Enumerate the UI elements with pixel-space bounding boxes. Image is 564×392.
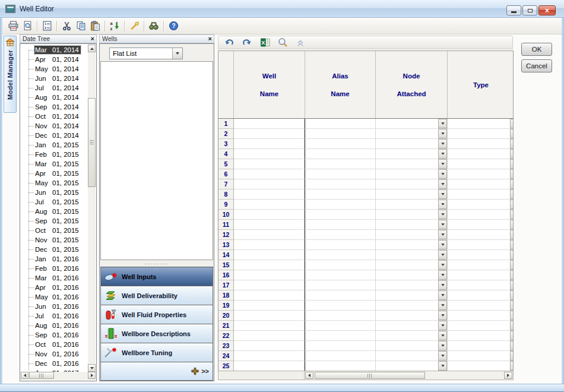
cell-node-attached[interactable] xyxy=(376,119,448,129)
node-dropdown-button[interactable] xyxy=(438,210,447,219)
date-tree-header[interactable]: Date Tree × xyxy=(20,34,97,43)
cell-node-attached[interactable] xyxy=(376,301,448,311)
row-number[interactable]: 2 xyxy=(218,129,234,139)
date-tree-item[interactable]: May01, 2016 xyxy=(21,292,87,302)
copy-icon[interactable] xyxy=(74,20,88,33)
print-icon[interactable] xyxy=(6,20,20,33)
node-dropdown-button[interactable] xyxy=(438,341,447,350)
cell-node-attached[interactable] xyxy=(376,250,448,260)
type-dropdown-button[interactable] xyxy=(510,240,514,249)
node-dropdown-button[interactable] xyxy=(438,280,447,290)
cell-type[interactable] xyxy=(448,210,514,220)
cell-alias-name[interactable] xyxy=(305,270,376,280)
date-tree-item[interactable]: Dec01, 2016 xyxy=(21,359,87,368)
date-tree-item[interactable]: Aug01, 2016 xyxy=(21,321,87,330)
date-tree-item[interactable]: May01, 2014 xyxy=(21,64,87,74)
type-dropdown-button[interactable] xyxy=(510,361,514,371)
restore-button[interactable] xyxy=(522,5,537,15)
cell-alias-name[interactable] xyxy=(305,220,376,230)
type-dropdown-button[interactable] xyxy=(510,341,514,350)
cell-alias-name[interactable] xyxy=(305,129,376,139)
cell-node-attached[interactable] xyxy=(376,189,448,200)
well-view-select[interactable]: Flat List xyxy=(109,48,183,59)
cell-type[interactable] xyxy=(448,280,514,290)
cell-type[interactable] xyxy=(448,361,514,371)
date-tree-item[interactable]: Jun01, 2015 xyxy=(21,188,87,197)
node-dropdown-button[interactable] xyxy=(438,240,447,249)
date-tree-item[interactable]: Sep01, 2015 xyxy=(21,216,87,226)
node-dropdown-button[interactable] xyxy=(438,169,447,179)
row-number[interactable]: 22 xyxy=(218,331,234,341)
date-tree-item[interactable]: Jul01, 2015 xyxy=(21,197,87,207)
cell-type[interactable] xyxy=(448,179,514,189)
type-dropdown-button[interactable] xyxy=(510,210,514,219)
scroll-right-button[interactable] xyxy=(88,372,96,379)
cell-well-name[interactable] xyxy=(234,149,305,159)
wells-header[interactable]: Wells × xyxy=(99,34,214,43)
cell-node-attached[interactable] xyxy=(376,200,448,210)
section-well-deliverability[interactable]: Well Deliverability xyxy=(100,286,213,305)
cell-well-name[interactable] xyxy=(234,189,305,200)
row-number[interactable]: 18 xyxy=(218,290,234,301)
cell-type[interactable] xyxy=(448,341,514,351)
cell-alias-name[interactable] xyxy=(305,260,376,270)
column-header-type[interactable]: Type xyxy=(448,51,514,118)
date-tree-item[interactable]: Jun01, 2016 xyxy=(21,302,87,311)
cell-node-attached[interactable] xyxy=(376,220,448,230)
type-dropdown-button[interactable] xyxy=(510,331,514,340)
grid-hscrollbar[interactable] xyxy=(304,371,513,380)
cell-node-attached[interactable] xyxy=(376,149,448,159)
type-dropdown-button[interactable] xyxy=(510,200,514,209)
close-panel-icon[interactable]: × xyxy=(208,35,212,43)
cell-node-attached[interactable] xyxy=(376,361,448,371)
wells-splitter[interactable]: ········ xyxy=(100,260,213,267)
node-dropdown-button[interactable] xyxy=(438,301,447,310)
row-number[interactable]: 9 xyxy=(218,200,234,210)
wand-icon[interactable] xyxy=(127,20,141,33)
node-dropdown-button[interactable] xyxy=(438,260,447,270)
type-dropdown-button[interactable] xyxy=(510,280,514,290)
date-tree-vscrollbar[interactable] xyxy=(88,45,96,372)
row-number[interactable]: 1 xyxy=(218,119,234,129)
node-dropdown-button[interactable] xyxy=(438,119,447,128)
cell-well-name[interactable] xyxy=(234,280,305,290)
cell-alias-name[interactable] xyxy=(305,280,376,290)
hscroll-thumb[interactable] xyxy=(29,372,54,379)
date-tree-item[interactable]: Sep01, 2014 xyxy=(21,102,87,112)
cell-alias-name[interactable] xyxy=(305,301,376,311)
cell-alias-name[interactable] xyxy=(305,159,376,169)
scroll-up-button[interactable] xyxy=(88,45,96,52)
show-more-label[interactable]: >> xyxy=(201,368,209,375)
type-dropdown-button[interactable] xyxy=(510,119,514,128)
wells-footer-bar[interactable]: >> xyxy=(100,362,213,381)
date-tree-item[interactable]: Oct01, 2014 xyxy=(21,112,87,121)
cell-well-name[interactable] xyxy=(234,200,305,210)
cell-alias-name[interactable] xyxy=(305,119,376,129)
cell-type[interactable] xyxy=(448,230,514,240)
cell-well-name[interactable] xyxy=(234,119,305,129)
type-dropdown-button[interactable] xyxy=(510,301,514,310)
date-tree-item[interactable]: Aug01, 2015 xyxy=(21,207,87,216)
cell-well-name[interactable] xyxy=(234,301,305,311)
cell-well-name[interactable] xyxy=(234,290,305,301)
row-number[interactable]: 16 xyxy=(218,270,234,280)
vscroll-thumb[interactable] xyxy=(88,98,96,187)
cell-type[interactable] xyxy=(448,260,514,270)
scroll-right-button[interactable] xyxy=(504,372,512,379)
cell-node-attached[interactable] xyxy=(376,230,448,240)
date-tree-hscrollbar[interactable] xyxy=(21,372,96,380)
cell-type[interactable] xyxy=(448,220,514,230)
cell-type[interactable] xyxy=(448,270,514,280)
date-tree-item[interactable]: Mar01, 2014 xyxy=(21,45,87,55)
cell-type[interactable] xyxy=(448,301,514,311)
node-dropdown-button[interactable] xyxy=(438,189,447,199)
row-number[interactable]: 10 xyxy=(218,210,234,220)
section-wellbore-descriptions[interactable]: Wellbore Descriptions xyxy=(100,324,213,343)
cell-node-attached[interactable] xyxy=(376,139,448,149)
node-dropdown-button[interactable] xyxy=(438,159,447,169)
node-dropdown-button[interactable] xyxy=(438,331,447,340)
cell-well-name[interactable] xyxy=(234,331,305,341)
row-number[interactable]: 12 xyxy=(218,230,234,240)
date-tree-item[interactable]: May01, 2015 xyxy=(21,178,87,188)
date-tree-item[interactable]: Dec01, 2015 xyxy=(21,245,87,254)
